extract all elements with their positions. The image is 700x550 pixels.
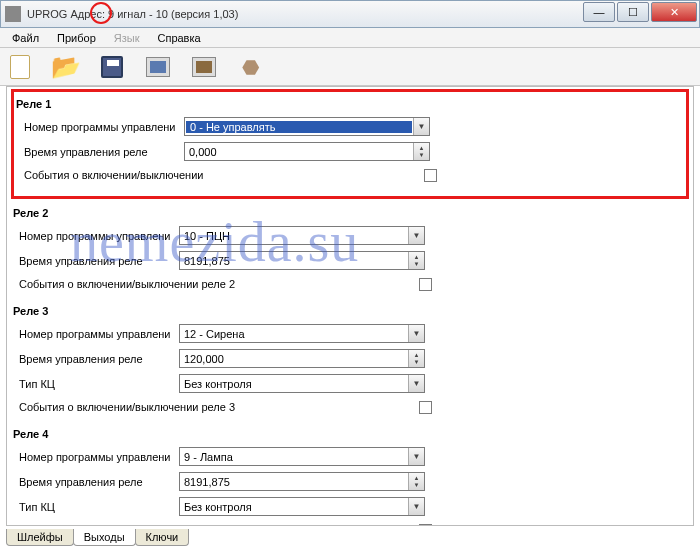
select-field[interactable]: Без контроля▼: [179, 497, 425, 516]
relay-section: Реле 2Номер программы управлени10 - ПЦН▼…: [11, 205, 689, 295]
window-controls: — ☐ ✕: [581, 2, 697, 22]
field-value: 12 - Сирена: [180, 328, 408, 340]
events-checkbox[interactable]: [419, 278, 432, 291]
folder-open-icon: 📂: [51, 53, 81, 81]
menu-device[interactable]: Прибор: [49, 30, 104, 46]
field-label: Время управления реле: [19, 476, 179, 488]
form-row: Время управления реле0,000▲▼: [16, 139, 684, 164]
tab-loops[interactable]: Шлейфы: [6, 529, 74, 546]
select-field[interactable]: 10 - ПЦН▼: [179, 226, 425, 245]
form-row: Тип КЦБез контроля▼: [11, 371, 689, 396]
relay-section: Реле 3Номер программы управлени12 - Сире…: [11, 303, 689, 418]
field-value: 0 - Не управлять: [186, 121, 412, 133]
spin-field[interactable]: 8191,875▲▼: [179, 251, 425, 270]
events-checkbox[interactable]: [419, 524, 432, 527]
chevron-down-icon[interactable]: ▼: [408, 227, 424, 244]
menu-help[interactable]: Справка: [149, 30, 208, 46]
form-row: Тип КЦБез контроля▼: [11, 494, 689, 519]
spin-buttons[interactable]: ▲▼: [413, 143, 429, 160]
window-title: UPROG Адрес: 9 игнал - 10 (версия 1,03): [27, 8, 238, 20]
select-field[interactable]: 9 - Лампа▼: [179, 447, 425, 466]
menu-file[interactable]: Файл: [4, 30, 47, 46]
tab-keys[interactable]: Ключи: [135, 529, 190, 546]
spin-buttons[interactable]: ▲▼: [408, 252, 424, 269]
minimize-button[interactable]: —: [583, 2, 615, 22]
field-value: 0,000: [185, 146, 413, 158]
field-label: Номер программы управлени: [24, 121, 184, 133]
save-button[interactable]: [98, 53, 126, 81]
home-icon: ⬣: [242, 55, 259, 79]
chevron-down-icon[interactable]: ▼: [408, 325, 424, 342]
select-field[interactable]: Без контроля▼: [179, 374, 425, 393]
new-file-button[interactable]: [6, 53, 34, 81]
events-checkbox[interactable]: [419, 401, 432, 414]
field-value: 9 - Лампа: [180, 451, 408, 463]
chevron-down-icon[interactable]: ▼: [408, 375, 424, 392]
read-device-button[interactable]: [144, 53, 172, 81]
chip-read-icon: [146, 57, 170, 77]
form-row: Время управления реле8191,875▲▼: [11, 248, 689, 273]
spin-field[interactable]: 0,000▲▼: [184, 142, 430, 161]
field-label: Номер программы управлени: [19, 230, 179, 242]
field-label: События о включении/выключении реле 4: [19, 524, 419, 526]
chip-write-icon: [192, 57, 216, 77]
toolbar: 📂 ⬣: [0, 48, 700, 86]
field-value: 120,000: [180, 353, 408, 365]
field-label: Номер программы управлени: [19, 451, 179, 463]
save-icon: [101, 56, 123, 78]
events-checkbox[interactable]: [424, 169, 437, 182]
open-file-button[interactable]: 📂: [52, 53, 80, 81]
write-device-button[interactable]: [190, 53, 218, 81]
bottom-tabs: Шлейфы Выходы Ключи: [6, 529, 188, 546]
field-label: Тип КЦ: [19, 378, 179, 390]
field-value: 10 - ПЦН: [180, 230, 408, 242]
form-row: События о включении/выключении: [16, 164, 684, 186]
relay-header: Реле 3: [11, 303, 689, 321]
form-row: Номер программы управлени9 - Лампа▼: [11, 444, 689, 469]
spin-field[interactable]: 120,000▲▼: [179, 349, 425, 368]
field-label: Время управления реле: [19, 353, 179, 365]
relay-header: Реле 1: [16, 96, 684, 114]
spin-field[interactable]: 8191,875▲▼: [179, 472, 425, 491]
chevron-down-icon[interactable]: ▼: [413, 118, 429, 135]
spin-buttons[interactable]: ▲▼: [408, 473, 424, 490]
app-icon: [5, 6, 21, 22]
field-label: Время управления реле: [24, 146, 184, 158]
menubar: Файл Прибор Язык Справка: [0, 28, 700, 48]
new-file-icon: [10, 55, 30, 79]
field-value: Без контроля: [180, 501, 408, 513]
field-value: Без контроля: [180, 378, 408, 390]
field-label: События о включении/выключении реле 2: [19, 278, 419, 290]
window-titlebar: UPROG Адрес: 9 игнал - 10 (версия 1,03) …: [0, 0, 700, 28]
maximize-button[interactable]: ☐: [617, 2, 649, 22]
relay-section: Реле 1Номер программы управлени0 - Не уп…: [11, 89, 689, 199]
form-row: События о включении/выключении реле 3: [11, 396, 689, 418]
form-row: События о включении/выключении реле 2: [11, 273, 689, 295]
form-row: Номер программы управлени10 - ПЦН▼: [11, 223, 689, 248]
field-label: Номер программы управлени: [19, 328, 179, 340]
spin-buttons[interactable]: ▲▼: [408, 350, 424, 367]
field-label: Время управления реле: [19, 255, 179, 267]
form-row: Номер программы управлени0 - Не управлят…: [16, 114, 684, 139]
close-button[interactable]: ✕: [651, 2, 697, 22]
home-button[interactable]: ⬣: [236, 53, 264, 81]
field-label: События о включении/выключении реле 3: [19, 401, 419, 413]
form-row: Время управления реле8191,875▲▼: [11, 469, 689, 494]
field-value: 8191,875: [180, 476, 408, 488]
chevron-down-icon[interactable]: ▼: [408, 448, 424, 465]
field-label: Тип КЦ: [19, 501, 179, 513]
chevron-down-icon[interactable]: ▼: [408, 498, 424, 515]
select-field[interactable]: 0 - Не управлять▼: [184, 117, 430, 136]
select-field[interactable]: 12 - Сирена▼: [179, 324, 425, 343]
content-panel: Реле 1Номер программы управлени0 - Не уп…: [6, 86, 694, 526]
field-label: События о включении/выключении: [24, 169, 424, 181]
form-row: События о включении/выключении реле 4: [11, 519, 689, 526]
field-value: 8191,875: [180, 255, 408, 267]
relay-header: Реле 2: [11, 205, 689, 223]
form-row: Номер программы управлени12 - Сирена▼: [11, 321, 689, 346]
form-row: Время управления реле120,000▲▼: [11, 346, 689, 371]
tab-outputs[interactable]: Выходы: [73, 529, 136, 546]
menu-language: Язык: [106, 30, 148, 46]
relay-header: Реле 4: [11, 426, 689, 444]
relay-section: Реле 4Номер программы управлени9 - Лампа…: [11, 426, 689, 526]
